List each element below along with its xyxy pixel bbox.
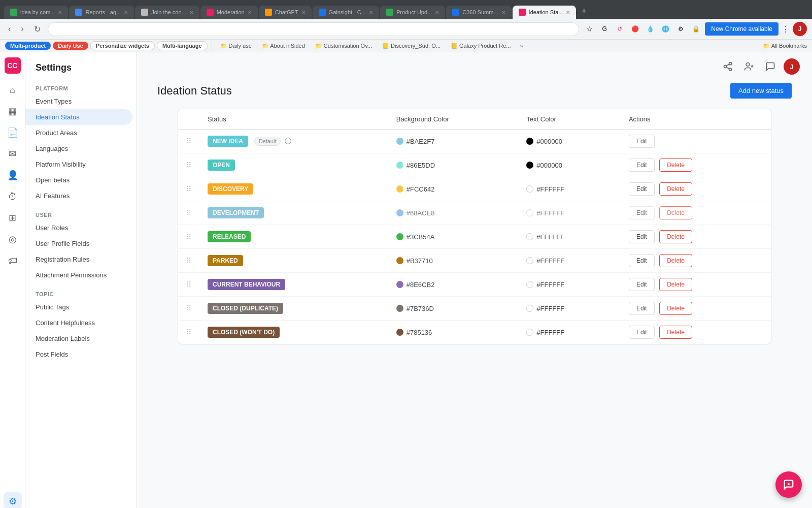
- back-button[interactable]: ‹: [5, 22, 14, 36]
- ext-icon-3[interactable]: 🔴: [629, 23, 641, 35]
- person-add-icon[interactable]: [741, 58, 757, 75]
- tab-5[interactable]: ChatGPT ✕: [259, 6, 312, 19]
- edit-button[interactable]: Edit: [629, 230, 655, 243]
- edit-button[interactable]: Edit: [629, 326, 655, 339]
- add-new-status-button[interactable]: Add new status: [730, 83, 792, 99]
- delete-button[interactable]: Delete: [659, 278, 692, 291]
- chrome-more-icon[interactable]: ⋮: [782, 24, 790, 34]
- bookmark-more-button[interactable]: »: [517, 42, 526, 50]
- drag-handle[interactable]: ⠿: [186, 137, 191, 145]
- drag-handle[interactable]: ⠿: [186, 209, 191, 217]
- nav-dashboard[interactable]: ▦: [4, 102, 22, 120]
- forward-button[interactable]: ›: [18, 22, 26, 36]
- tab-close-2[interactable]: ✕: [124, 10, 128, 15]
- tab-close-9[interactable]: ✕: [566, 10, 570, 15]
- sidebar-item-event-types[interactable]: Event Types: [25, 93, 132, 109]
- edit-button[interactable]: Edit: [629, 206, 655, 219]
- delete-button[interactable]: Delete: [659, 206, 692, 219]
- nav-grid[interactable]: ⊞: [4, 209, 22, 227]
- tab-6[interactable]: Gainsight - C... ✕: [313, 6, 379, 19]
- pill-daily-use[interactable]: Daily Use: [53, 42, 88, 50]
- tab-4[interactable]: Moderation ✕: [200, 6, 258, 19]
- sidebar-item-attachment-permissions[interactable]: Attachment Permissions: [25, 267, 132, 283]
- sidebar-item-ai-features[interactable]: AI Features: [25, 188, 132, 204]
- sidebar-item-content-helpfulness[interactable]: Content Helpfulness: [25, 315, 132, 331]
- bookmark-discovery[interactable]: 📒 Discovery_Sud, O...: [378, 42, 445, 50]
- app-logo[interactable]: CC: [5, 57, 21, 74]
- pill-personalize[interactable]: Personalize widgets: [90, 41, 155, 50]
- edit-button[interactable]: Edit: [629, 182, 655, 196]
- nav-documents[interactable]: 📄: [4, 123, 22, 142]
- drag-handle[interactable]: ⠿: [186, 233, 191, 241]
- url-bar[interactable]: gainsight-us.insided.com/settings/ideati…: [48, 22, 580, 36]
- drag-handle[interactable]: ⠿: [186, 185, 191, 193]
- pill-multilang[interactable]: Multi-language: [157, 41, 208, 50]
- new-chrome-button[interactable]: New Chrome available: [705, 22, 779, 36]
- all-bookmarks-button[interactable]: 📁 All Bookmarks: [763, 43, 807, 49]
- bookmark-about-insided[interactable]: 📁 About inSided: [258, 42, 309, 50]
- sidebar-item-user-profile-fields[interactable]: User Profile Fields: [25, 236, 132, 251]
- edit-button[interactable]: Edit: [629, 158, 655, 172]
- delete-button[interactable]: Delete: [659, 326, 692, 339]
- edit-button[interactable]: Edit: [629, 278, 655, 291]
- tab-2[interactable]: Reports - ag... ✕: [69, 6, 134, 19]
- delete-button[interactable]: Delete: [659, 302, 692, 315]
- drag-handle[interactable]: ⠿: [186, 304, 191, 312]
- reload-button[interactable]: ↻: [31, 22, 44, 36]
- tab-9[interactable]: Ideation Sta... ✕: [513, 6, 577, 19]
- bookmark-customisation[interactable]: 📁 Customisation Ov...: [311, 42, 376, 50]
- fab-button[interactable]: [775, 471, 802, 498]
- drag-handle[interactable]: ⠿: [186, 161, 191, 169]
- sidebar-item-product-areas[interactable]: Product Areas: [25, 125, 132, 141]
- tab-close-8[interactable]: ✕: [501, 10, 505, 15]
- sidebar-item-registration-rules[interactable]: Registration Rules: [25, 251, 132, 267]
- ext-icon-4[interactable]: 💧: [644, 23, 656, 35]
- delete-button[interactable]: Delete: [659, 158, 692, 172]
- sidebar-item-user-roles[interactable]: User Roles: [25, 220, 132, 236]
- sidebar-item-open-betas[interactable]: Open betas: [25, 172, 132, 188]
- share-icon[interactable]: [720, 58, 736, 75]
- nav-tag[interactable]: 🏷: [4, 251, 22, 270]
- ext-icon-1[interactable]: G: [598, 23, 611, 35]
- ext-icon-5[interactable]: 🌐: [659, 23, 671, 35]
- bookmark-daily-use[interactable]: 📁 Daily use: [216, 42, 256, 50]
- pill-multi-product[interactable]: Multi-product: [5, 42, 51, 50]
- delete-button[interactable]: Delete: [659, 230, 692, 243]
- drag-handle[interactable]: ⠿: [186, 280, 191, 289]
- user-avatar[interactable]: J: [784, 58, 800, 75]
- tab-close-3[interactable]: ✕: [189, 10, 193, 15]
- bookmark-galaxy[interactable]: 📒 Galaxy Product Re...: [447, 42, 515, 50]
- nav-people[interactable]: 👤: [4, 166, 22, 184]
- nav-eye[interactable]: ◎: [4, 230, 22, 248]
- nav-mail[interactable]: ✉: [4, 145, 22, 163]
- edit-button[interactable]: Edit: [629, 254, 655, 267]
- edit-button[interactable]: Edit: [629, 302, 655, 315]
- sidebar-item-languages[interactable]: Languages: [25, 141, 132, 156]
- tab-3[interactable]: Join the con... ✕: [135, 6, 199, 19]
- delete-button[interactable]: Delete: [659, 182, 692, 196]
- info-icon[interactable]: ⓘ: [285, 137, 291, 145]
- bookmark-icon[interactable]: ☆: [583, 23, 595, 35]
- drag-handle[interactable]: ⠿: [186, 257, 191, 265]
- ext-icon-6[interactable]: ⚙: [674, 23, 687, 35]
- tab-7[interactable]: Product Upd... ✕: [380, 6, 445, 19]
- nav-settings[interactable]: ⚙: [4, 492, 22, 508]
- sidebar-item-platform-visibility[interactable]: Platform Visibility: [25, 156, 132, 172]
- tab-close-6[interactable]: ✕: [369, 10, 373, 15]
- tab-close-4[interactable]: ✕: [248, 10, 252, 15]
- tab-close-1[interactable]: ✕: [58, 10, 62, 15]
- nav-home[interactable]: ⌂: [4, 81, 22, 99]
- tab-8[interactable]: C360 Summ... ✕: [446, 6, 511, 19]
- delete-button[interactable]: Delete: [659, 254, 692, 267]
- ext-icon-7[interactable]: 🔒: [690, 23, 702, 35]
- tab-close-7[interactable]: ✕: [435, 10, 439, 15]
- sidebar-item-public-tags[interactable]: Public Tags: [25, 299, 132, 315]
- ext-icon-2[interactable]: ↺: [614, 23, 626, 35]
- browser-profile-avatar[interactable]: J: [793, 22, 807, 36]
- drag-handle[interactable]: ⠿: [186, 328, 191, 336]
- chat-icon[interactable]: [762, 58, 779, 75]
- sidebar-item-post-fields[interactable]: Post Fields: [25, 346, 132, 362]
- sidebar-item-moderation-labels[interactable]: Moderation Labels: [25, 331, 132, 346]
- sidebar-item-ideation-status[interactable]: Ideation Status: [25, 109, 132, 125]
- tab-close-5[interactable]: ✕: [301, 10, 306, 15]
